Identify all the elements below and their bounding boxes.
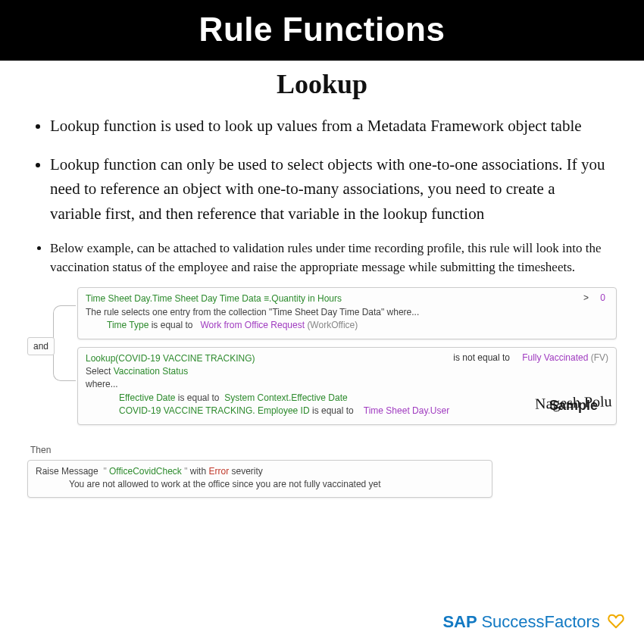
brand-sap: SAP: [442, 612, 477, 631]
condition-box-2: is not equal to Fully Vaccinated (FV) Lo…: [77, 347, 617, 425]
page-banner: Rule Functions: [0, 0, 644, 61]
condition-box-1: > 0 Time Sheet Day.Time Sheet Day Time D…: [77, 287, 617, 339]
message-key: OfficeCovidCheck: [109, 466, 182, 477]
crit1-op: is equal to: [178, 392, 220, 403]
operator-not-equal: is not equal to: [453, 352, 510, 363]
with-label: with: [190, 466, 206, 477]
rule-diagram: and > 0 Time Sheet Day.Time Sheet Day Ti…: [27, 287, 617, 424]
sub-value: Work from Office Request: [200, 320, 305, 330]
heart-icon: [608, 614, 624, 629]
crit1-value: System Context.Effective Date: [224, 392, 348, 403]
action-name: Raise Message: [36, 466, 98, 477]
collection-note: The rule selects one entry from the coll…: [86, 306, 608, 319]
lookup-call: Lookup(COVID-19 VACCINE TRACKING): [86, 353, 255, 364]
connector-line: [53, 305, 76, 381]
logic-operator-and: and: [27, 337, 55, 355]
quote-open: ": [103, 466, 106, 477]
severity-suffix: severity: [231, 466, 262, 477]
crit2-value: Time Sheet Day.User: [364, 405, 449, 416]
quote-close: ": [184, 466, 187, 477]
where-label: where...: [86, 378, 608, 391]
raise-message-text: You are not allowed to work at the offic…: [36, 478, 484, 491]
crit2-field: COVID-19 VACCINE TRACKING. Employee ID: [119, 405, 310, 416]
severity-level: Error: [208, 466, 229, 477]
then-action-box: Raise Message " OfficeCovidCheck " with …: [27, 460, 492, 499]
bullet-item: Lookup function is used to look up value…: [50, 114, 609, 139]
page-subtitle: Lookup: [0, 68, 644, 100]
sub-value-code: (WorkOffice): [307, 320, 358, 330]
operand-zero: 0: [600, 292, 605, 303]
brand-logo: SAP SuccessFactors: [442, 612, 624, 632]
bullet-item: Lookup function can only be used to sele…: [50, 152, 609, 227]
operator-greater-than: >: [583, 292, 589, 303]
bullet-item: Below example, can be attached to valida…: [50, 239, 609, 277]
operand-fully-vaccinated: Fully Vaccinated (FV): [522, 352, 608, 363]
select-field: Vaccination Status: [114, 366, 189, 377]
author-signature: Nagesh Polu: [535, 392, 612, 413]
field-path: Time Sheet Day.Time Sheet Day Time Data …: [86, 293, 342, 304]
bullet-list: Lookup function is used to look up value…: [35, 114, 609, 277]
crit2-op: is equal to: [312, 405, 354, 416]
sub-field: Time Type: [107, 320, 148, 330]
sub-op: is equal to: [152, 320, 193, 330]
select-prefix: Select: [86, 366, 111, 377]
crit1-field: Effective Date: [119, 392, 175, 403]
brand-product: SuccessFactors: [481, 612, 600, 631]
then-label: Then: [30, 445, 644, 455]
